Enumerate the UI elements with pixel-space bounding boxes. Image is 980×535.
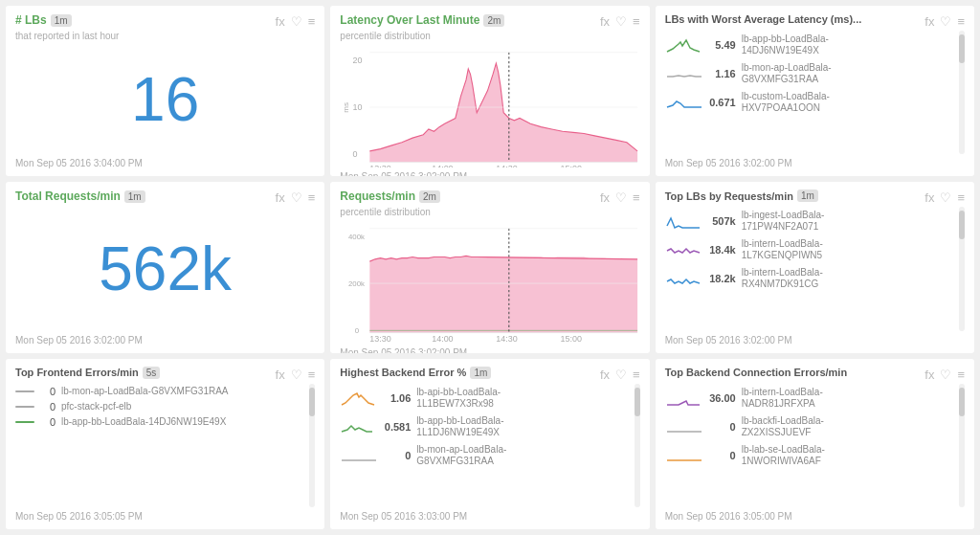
error-list-item: 0 lb-app-bb-LoadBala-14DJ6NW19E49X (15, 414, 305, 430)
total-requests-fx-icon[interactable]: fx (276, 190, 285, 205)
bell-icon[interactable]: ♡ (291, 14, 302, 29)
list-item: 36.00 lb-intern-LoadBala-NADR81JRFXPA (665, 384, 955, 412)
latency-menu-icon[interactable]: ≡ (633, 14, 640, 29)
top-backend-bell-icon[interactable]: ♡ (940, 368, 951, 382)
highest-backend-fx-icon[interactable]: fx (600, 368, 610, 382)
top-backend-menu-icon[interactable]: ≡ (957, 368, 965, 382)
highest-backend-menu-icon[interactable]: ≡ (633, 368, 640, 382)
panel-highest-backend-badge: 1m (470, 367, 491, 379)
top-lbs-requests-list: 507k lb-ingest-LoadBala-171PW4NF2A071 18… (665, 207, 955, 330)
mini-chart-req-2 (665, 239, 703, 260)
top-lbs-requests-scrollbar[interactable] (959, 207, 965, 330)
requests-min-chart-svg: 400k 200k 0 13:30 14:00 14:30 15:00 (340, 223, 639, 344)
panel-lbs-worst-title-group: LBs with Worst Average Latency (ms)... (665, 13, 862, 25)
mini-chart-backend-err-1 (665, 388, 703, 409)
list-item-value: 0.581 (384, 421, 411, 433)
menu-icon[interactable]: ≡ (308, 14, 316, 29)
panel-latency-title: Latency Over Last Minute (340, 13, 479, 27)
top-frontend-errors-list: 0 lb-mon-ap-LoadBala-G8VXMFG31RAA 0 pfc-… (15, 384, 305, 507)
highest-backend-bell-icon[interactable]: ♡ (615, 368, 627, 382)
panel-total-requests-title-group: Total Requests/min 1m (15, 189, 145, 203)
requests-min-bell-icon[interactable]: ♡ (615, 190, 627, 205)
list-item-value: 36.00 (709, 392, 736, 404)
panel-lbs-worst: LBs with Worst Average Latency (ms)... f… (656, 6, 974, 176)
list-item-value: 0 (709, 421, 736, 433)
total-requests-menu-icon[interactable]: ≡ (308, 190, 316, 205)
list-item-value: 0 (384, 450, 411, 461)
requests-min-menu-icon[interactable]: ≡ (633, 190, 640, 205)
error-list-item: 0 lb-mon-ap-LoadBala-G8VXMFG31RAA (15, 384, 305, 399)
panel-latency-timestamp: Mon Sep 05 2016 3:02:00 PM (340, 167, 639, 176)
total-requests-bell-icon[interactable]: ♡ (291, 190, 302, 205)
list-item-value: 5.49 (709, 39, 736, 51)
top-backend-errors-scrollbar[interactable] (959, 384, 965, 507)
latency-chart-svg: 20 10 0 ms 13:30 14:00 14:30 15:00 (340, 47, 639, 167)
list-item-label: lb-intern-LoadBala-NADR81JRFXPA (742, 387, 955, 410)
fx-icon[interactable]: fx (276, 14, 285, 29)
panel-highest-backend-title-group: Highest Backend Error % 1m (340, 367, 491, 379)
top-frontend-scrollbar-thumb (309, 388, 315, 416)
svg-text:14:00: 14:00 (433, 163, 454, 167)
panel-lbs-icons: fx ♡ ≡ (276, 14, 316, 29)
top-frontend-scrollbar[interactable] (309, 384, 315, 507)
list-item: 18.2k lb-intern-LoadBala-RX4NM7DK91CG (665, 264, 955, 293)
panel-latency-badge: 2m (483, 14, 504, 27)
lbs-worst-list-area: 5.49 lb-app-bb-LoadBala-14DJ6NW19E49X 1.… (665, 31, 965, 154)
list-item: 0 lb-mon-ap-LoadBala-G8VXMFG31RAA (340, 441, 630, 470)
top-lbs-bell-icon[interactable]: ♡ (940, 190, 951, 205)
mini-chart-backend-err-2 (665, 416, 703, 437)
panel-lbs-timestamp: Mon Sep 05 2016 3:04:00 PM (15, 154, 315, 168)
svg-text:13:30: 13:30 (370, 334, 391, 344)
panel-highest-backend-timestamp: Mon Sep 05 2016 3:03:00 PM (340, 507, 639, 522)
top-backend-errors-scrollbar-thumb (959, 388, 965, 416)
requests-min-fx-icon[interactable]: fx (600, 190, 610, 205)
mini-chart-2 (665, 63, 703, 84)
latency-bell-icon[interactable]: ♡ (615, 14, 627, 29)
panel-total-requests-badge: 1m (124, 190, 145, 203)
list-item: 507k lb-ingest-LoadBala-171PW4NF2A071 (665, 207, 955, 235)
highest-backend-list: 1.06 lb-api-bb-LoadBala-1L1BEW7X3Rx98 0.… (340, 384, 630, 507)
panel-top-frontend-errors-badge: 5s (143, 367, 161, 379)
top-lbs-fx-icon[interactable]: fx (924, 190, 934, 205)
list-item-value: 507k (709, 215, 736, 227)
panel-highest-backend: Highest Backend Error % 1m fx ♡ ≡ 1.06 l… (330, 359, 649, 529)
panel-total-requests-timestamp: Mon Sep 05 2016 3:02:00 PM (15, 331, 315, 346)
panel-top-backend-errors-title: Top Backend Connection Errors/min (665, 367, 848, 378)
lbs-worst-scrollbar[interactable] (959, 31, 965, 154)
top-lbs-menu-icon[interactable]: ≡ (957, 190, 965, 205)
list-item-value: 0 (709, 450, 736, 461)
top-frontend-menu-icon[interactable]: ≡ (308, 368, 316, 382)
list-item-value: 1.16 (709, 68, 736, 79)
panel-top-lbs-requests-timestamp: Mon Sep 05 2016 3:02:00 PM (665, 331, 965, 346)
panel-requests-min-title-group: Requests/min 2m (340, 189, 440, 203)
panel-lbs-title: # LBs (15, 13, 47, 27)
panel-top-backend-errors-icons: fx ♡ ≡ (924, 368, 965, 382)
panel-lbs-value: 16 (15, 45, 315, 154)
highest-backend-scrollbar[interactable] (635, 384, 640, 507)
top-frontend-fx-icon[interactable]: fx (276, 368, 285, 382)
svg-text:14:30: 14:30 (497, 334, 518, 344)
panel-total-requests-title: Total Requests/min (15, 189, 121, 203)
list-item: 0 lb-backfi-LoadBala-ZX2XISSJUEVF (665, 412, 955, 441)
list-item: 18.4k lb-intern-LoadBala-1L7KGENQPIWN5 (665, 235, 955, 264)
panel-requests-min-icons: fx ♡ ≡ (600, 190, 640, 205)
panel-highest-backend-icons: fx ♡ ≡ (600, 368, 640, 382)
top-backend-fx-icon[interactable]: fx (924, 368, 934, 382)
latency-fx-icon[interactable]: fx (600, 14, 610, 29)
mini-chart-req-3 (665, 268, 703, 289)
list-item: 1.16 lb-mon-ap-LoadBala-G8VXMFG31RAA (665, 59, 955, 88)
top-frontend-bell-icon[interactable]: ♡ (291, 368, 302, 382)
panel-top-backend-errors-title-group: Top Backend Connection Errors/min (665, 367, 848, 378)
list-item-label: lb-app-bb-LoadBala-1L1DJ6NW19E49X (416, 415, 630, 438)
lbs-worst-fx-icon[interactable]: fx (924, 14, 934, 29)
panel-total-requests-value: 562k (15, 207, 315, 330)
lbs-worst-menu-icon[interactable]: ≡ (957, 14, 965, 29)
highest-backend-list-area: 1.06 lb-api-bb-LoadBala-1L1BEW7X3Rx98 0.… (340, 384, 639, 507)
panel-requests-min-subtitle: percentile distribution (340, 207, 639, 217)
top-backend-errors-list-area: 36.00 lb-intern-LoadBala-NADR81JRFXPA 0 … (665, 384, 965, 507)
list-item: 0.671 lb-custom-LoadBala-HXV7POAA1OON (665, 88, 955, 117)
svg-text:400k: 400k (348, 233, 365, 241)
panel-top-lbs-requests-badge: 1m (797, 189, 818, 202)
lbs-worst-bell-icon[interactable]: ♡ (940, 14, 951, 29)
top-backend-errors-list: 36.00 lb-intern-LoadBala-NADR81JRFXPA 0 … (665, 384, 955, 507)
